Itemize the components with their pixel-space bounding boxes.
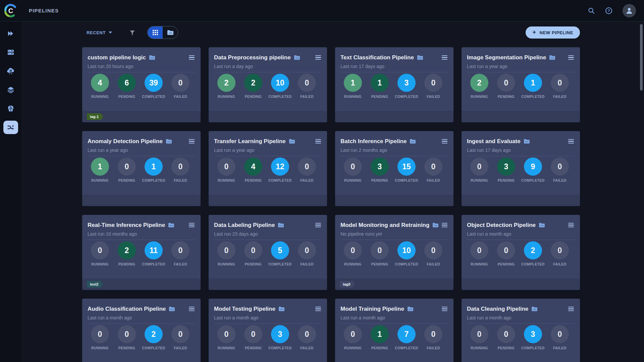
pipeline-title: Image Segmentation Pipeline <box>467 54 546 61</box>
sidebar-item-datasets[interactable] <box>3 46 18 59</box>
pipeline-card[interactable]: Image Segmentation Pipeline Last run a y… <box>462 47 580 122</box>
stat-label: COMPLETED <box>268 178 292 182</box>
search-icon[interactable] <box>588 7 595 14</box>
stat-label: COMPLETED <box>268 262 292 266</box>
pipeline-card[interactable]: custom pipeline logic Last run 20 hours … <box>82 47 201 122</box>
stat-completed: 3COMPLETED <box>397 74 416 99</box>
stat-label: PENDING <box>371 95 388 99</box>
stat-failed: 0FAILED <box>171 241 190 266</box>
app-logo[interactable]: C <box>0 0 21 21</box>
card-menu-icon[interactable] <box>188 305 195 312</box>
card-menu-icon[interactable] <box>188 138 195 145</box>
card-menu-icon[interactable] <box>441 54 448 61</box>
card-menu-icon[interactable] <box>188 222 195 229</box>
stat-label: PENDING <box>245 178 262 182</box>
pipeline-card-footer <box>335 111 453 122</box>
pipeline-card[interactable]: Batch Inference Pipeline Last run 2 mont… <box>335 131 453 206</box>
pipeline-title: Object Detection Pipeline <box>467 222 536 229</box>
stat-label: PENDING <box>245 95 262 99</box>
stat-pending: 0PENDING <box>244 241 262 266</box>
pipeline-card-footer <box>462 111 580 122</box>
pending-count-circle: 0 <box>244 241 262 259</box>
sidebar-item-pipelines[interactable] <box>3 121 18 134</box>
card-menu-icon[interactable] <box>568 222 575 229</box>
card-menu-icon[interactable] <box>568 54 575 61</box>
stat-label: FAILED <box>174 178 187 182</box>
pipeline-card[interactable]: Model Training Pipeline Last run a month… <box>335 299 453 362</box>
pipeline-card[interactable]: Data Cleaning Pipeline Last run a month … <box>462 299 580 362</box>
pipeline-last-run: Last run a year ago <box>88 147 195 156</box>
sort-dropdown[interactable]: RECENT <box>87 30 112 35</box>
stat-pending: 0PENDING <box>118 158 136 182</box>
card-menu-icon[interactable] <box>568 305 575 312</box>
pipeline-card-footer <box>462 279 580 290</box>
stat-pending: 0PENDING <box>497 74 515 99</box>
projects-view-button[interactable] <box>163 26 178 39</box>
stat-label: PENDING <box>371 178 388 182</box>
pipeline-card-footer: tag-1 <box>82 111 201 122</box>
filter-button[interactable] <box>129 30 135 36</box>
stat-running: 0RUNNING <box>217 158 235 182</box>
pipeline-title: Data Labeling Pipeline <box>214 222 275 229</box>
pipeline-card[interactable]: Audio Classification Pipeline Last run a… <box>82 299 201 362</box>
person-icon <box>625 7 633 15</box>
card-menu-icon[interactable] <box>441 305 448 312</box>
pending-count-circle: 3 <box>371 158 389 176</box>
user-avatar[interactable] <box>623 4 636 17</box>
pending-count-circle: 4 <box>244 158 262 176</box>
pipeline-card-footer: test2 <box>82 279 201 290</box>
pipeline-card[interactable]: Data Labeling Pipeline Last run 23 days … <box>209 215 327 290</box>
pipeline-card-header: custom pipeline logic <box>82 47 201 61</box>
running-count-circle: 0 <box>344 158 362 176</box>
card-menu-icon[interactable] <box>441 138 448 145</box>
help-icon[interactable]: ? <box>605 7 612 14</box>
stat-label: RUNNING <box>91 95 109 99</box>
stat-pending: 3PENDING <box>371 158 389 182</box>
stat-label: PENDING <box>371 346 388 350</box>
sidebar-item-models[interactable] <box>3 102 18 115</box>
pipeline-card[interactable]: Transfer Learning Pipeline Last run a ye… <box>209 131 327 206</box>
running-count-circle: 0 <box>217 241 235 259</box>
pipeline-card[interactable]: Data Preprocessing pipeline Last run a d… <box>209 47 327 122</box>
sidebar-item-projects[interactable] <box>3 27 18 40</box>
card-menu-icon[interactable] <box>188 54 195 61</box>
pipeline-card-footer <box>209 279 327 290</box>
stat-completed: 3COMPLETED <box>271 325 289 350</box>
pipeline-card[interactable]: Text Classification Pipeline Last run 17… <box>335 47 453 122</box>
sidebar-item-applications[interactable] <box>3 64 18 78</box>
completed-count-circle: 9 <box>524 158 542 176</box>
sidebar-item-reports[interactable] <box>3 83 18 97</box>
stat-label: COMPLETED <box>268 346 292 350</box>
pipeline-card-header: Real-Time Inference Pipeline <box>82 215 201 229</box>
new-pipeline-button[interactable]: + NEW PIPELINE <box>526 26 580 39</box>
running-count-circle: 0 <box>217 325 235 343</box>
pending-count-circle: 0 <box>244 325 262 343</box>
vertical-scrollbar[interactable] <box>640 24 643 90</box>
folder-icon <box>167 30 174 35</box>
pipeline-card[interactable]: Model Monitoring and Retraining No pipel… <box>335 215 453 290</box>
stat-label: COMPLETED <box>395 262 418 266</box>
stat-label: COMPLETED <box>521 178 545 182</box>
card-menu-icon[interactable] <box>315 138 322 145</box>
pipeline-card[interactable]: Ingest and Evaluate Last run 17 days ago… <box>462 131 580 206</box>
stat-label: COMPLETED <box>142 95 165 99</box>
pipeline-card[interactable]: Model Testing Pipeline Last run a month … <box>209 299 327 362</box>
card-menu-icon[interactable] <box>568 138 575 145</box>
pipeline-title: Transfer Learning Pipeline <box>214 138 286 145</box>
stat-label: RUNNING <box>91 262 109 266</box>
view-mode-toggle <box>147 26 178 39</box>
stat-label: PENDING <box>118 346 136 350</box>
stat-label: FAILED <box>553 95 567 99</box>
card-menu-icon[interactable] <box>315 222 322 229</box>
grid-view-button[interactable] <box>148 26 163 39</box>
pipeline-card[interactable]: Real-Time Inference Pipeline Last run 10… <box>82 215 201 290</box>
pipeline-card[interactable]: Object Detection Pipeline Last run a mon… <box>462 215 580 290</box>
card-menu-icon[interactable] <box>441 222 448 229</box>
pipeline-stats: 0RUNNING0PENDING10COMPLETED0FAILED <box>344 241 453 266</box>
pipeline-card[interactable]: Anomaly Detection Pipeline Last run a ye… <box>82 131 201 206</box>
card-menu-icon[interactable] <box>315 305 322 312</box>
folder-icon <box>531 306 538 311</box>
stat-label: PENDING <box>245 346 262 350</box>
stat-label: COMPLETED <box>521 262 545 266</box>
card-menu-icon[interactable] <box>315 54 322 61</box>
